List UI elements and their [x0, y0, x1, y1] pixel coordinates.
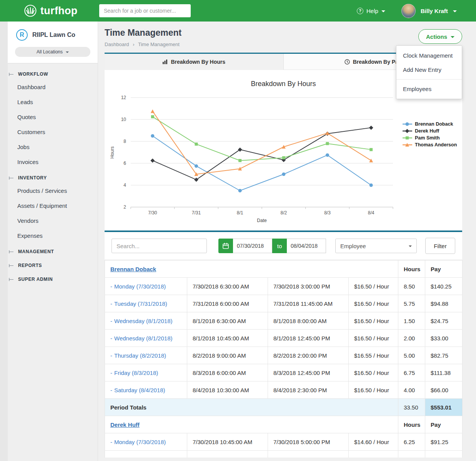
- nav-section-label: REPORTS: [18, 263, 42, 268]
- calendar-icon: [222, 242, 229, 249]
- pay-cell: $82.75: [425, 347, 463, 364]
- menu-item-clock-management[interactable]: Clock Management: [396, 48, 462, 63]
- date-from-input[interactable]: [233, 239, 272, 253]
- user-avatar[interactable]: [401, 4, 416, 18]
- tab-label: Breakdown By Hours: [171, 59, 225, 65]
- hours-column-header: Hours: [398, 416, 425, 433]
- global-search-input[interactable]: [99, 4, 191, 17]
- nav-section-super-admin[interactable]: SUPER ADMIN: [8, 271, 98, 285]
- tree-branch-icon: [9, 264, 14, 267]
- tab-breakdown-by-hours[interactable]: Breakdown By Hours: [105, 54, 284, 70]
- sidebar-nav: WORKFLOWDashboardLeadsQuotesCustomersJob…: [8, 63, 98, 285]
- employee-link[interactable]: Derek Huff: [110, 421, 140, 428]
- help-menu[interactable]: ? Help: [357, 0, 385, 22]
- sidebar-item-products-services[interactable]: Products / Services: [8, 183, 98, 198]
- employee-header-row: Derek HuffHoursPay: [105, 416, 463, 433]
- sidebar: R RIIPL Lawn Co All Locations WORKFLOWDa…: [0, 22, 98, 461]
- svg-text:2: 2: [123, 204, 126, 210]
- rate-cell: $16.55 / Hour: [349, 347, 398, 364]
- menu-item-employees[interactable]: Employees: [396, 82, 462, 96]
- day-link[interactable]: Wednesday (8/1/2018): [114, 318, 173, 324]
- filter-button[interactable]: Filter: [425, 238, 455, 254]
- hours-cell: 8.50: [398, 278, 425, 295]
- day-link[interactable]: Tuesday (7/31/2018): [114, 300, 167, 307]
- day-link[interactable]: Monday (7/30/2018): [114, 439, 166, 445]
- company-card: R RIIPL Lawn Co All Locations: [8, 22, 98, 63]
- day-link[interactable]: Friday (8/3/2018): [114, 370, 158, 376]
- svg-text:8/1: 8/1: [237, 210, 243, 216]
- clock-in-cell: 8/1/2018 6:30:00 AM: [187, 312, 268, 330]
- row-dash: -: [110, 352, 112, 359]
- hours-cell: 1.50: [398, 312, 425, 330]
- legend-item-derek-huff[interactable]: Derek Huff: [403, 128, 439, 134]
- row-dash: -: [110, 370, 112, 376]
- help-icon: ?: [357, 8, 363, 14]
- nav-section-management[interactable]: MANAGEMENT: [8, 243, 98, 257]
- time-entry-row: -Wednesday (8/1/2018)8/1/2018 10:45:00 A…: [105, 330, 463, 347]
- sidebar-item-vendors[interactable]: Vendors: [8, 213, 98, 228]
- legend-item-pam-smith[interactable]: Pam Smith: [403, 135, 440, 141]
- sidebar-item-leads[interactable]: Leads: [8, 95, 98, 109]
- sidebar-item-expenses[interactable]: Expenses: [8, 228, 98, 243]
- sidebar-item-invoices[interactable]: Invoices: [8, 154, 98, 169]
- clock-in-cell: 8/3/2018 6:00:00 AM: [187, 364, 268, 381]
- pay-cell: $66.00: [425, 381, 463, 399]
- nav-section-inventory[interactable]: INVENTORY: [8, 169, 98, 183]
- svg-text:Derek Huff: Derek Huff: [415, 128, 439, 134]
- svg-text:Thomas Anderson: Thomas Anderson: [415, 142, 457, 148]
- svg-text:Date: Date: [257, 218, 267, 223]
- nav-section-label: MANAGEMENT: [18, 249, 54, 254]
- clock-in-cell: 8/4/2018 10:30:00 AM: [187, 381, 268, 399]
- time-entry-row: -Thursday (8/2/2018)8/2/2018 9:00:00 AM8…: [105, 347, 463, 364]
- table-search-input[interactable]: [112, 239, 207, 253]
- svg-text:8/2: 8/2: [280, 210, 287, 216]
- nav-section-label: WORKFLOW: [18, 71, 48, 77]
- sidebar-item-assets-equipment[interactable]: Assets / Equipment: [8, 198, 98, 213]
- tree-branch-icon: [9, 278, 14, 281]
- location-selector[interactable]: All Locations: [15, 47, 90, 57]
- sidebar-item-customers[interactable]: Customers: [8, 124, 98, 139]
- employee-link[interactable]: Brennan Doback: [110, 266, 156, 272]
- sidebar-item-jobs[interactable]: Jobs: [8, 139, 98, 154]
- chevron-down-icon: [381, 10, 385, 12]
- clock-out-cell: 8/3/2018 12:45:00 PM: [268, 364, 349, 381]
- period-total-pay: $553.01: [425, 399, 463, 416]
- row-dash: -: [110, 335, 112, 342]
- calendar-button[interactable]: [218, 239, 233, 253]
- actions-label: Actions: [426, 33, 447, 40]
- chevron-down-icon: [453, 10, 457, 12]
- breadcrumb-dashboard[interactable]: Dashboard: [105, 41, 129, 47]
- day-link[interactable]: Thursday (8/2/2018): [114, 352, 166, 359]
- day-link[interactable]: Saturday (8/4/2018): [114, 387, 165, 393]
- page-title: Time Management: [105, 28, 462, 38]
- sidebar-item-quotes[interactable]: Quotes: [8, 109, 98, 124]
- employee-filter-select[interactable]: Employee: [335, 239, 417, 253]
- time-entry-row: -Wednesday (8/1/2018)8/1/2018 6:30:00 AM…: [105, 312, 463, 330]
- time-table: Brennan DobackHoursPay-Monday (7/30/2018…: [105, 260, 463, 458]
- nav-section-reports[interactable]: REPORTS: [8, 257, 98, 271]
- main-content: Time Management Dashboard › Time Managem…: [98, 22, 476, 461]
- day-link[interactable]: Wednesday (8/1/2018): [114, 335, 173, 342]
- grass-icon: [24, 4, 37, 17]
- date-to-input[interactable]: [287, 239, 326, 253]
- date-range-to-label: to: [272, 239, 287, 253]
- time-entry-row: -Friday (8/3/2018)8/3/2018 6:00:00 AM8/3…: [105, 364, 463, 381]
- menu-item-add-new-entry[interactable]: Add New Entry: [396, 63, 462, 77]
- user-menu[interactable]: Billy Kraft: [401, 0, 457, 22]
- hours-cell: 6.25: [398, 433, 425, 451]
- legend-item-brennan-doback[interactable]: Brennan Doback: [403, 121, 453, 127]
- rate-cell: $16.50 / Hour: [349, 312, 398, 330]
- rate-cell: $16.50 / Hour: [349, 278, 398, 295]
- rate-cell: $16.50 / Hour: [349, 330, 398, 347]
- nav-section-workflow[interactable]: WORKFLOW: [8, 66, 98, 80]
- clock-in-cell: 8/1/2018 10:45:00 AM: [187, 330, 268, 347]
- rate-cell: $16.50 / Hour: [349, 364, 398, 381]
- turfhop-logo[interactable]: turfhop: [24, 4, 78, 17]
- chevron-down-icon: [66, 51, 69, 53]
- rate-cell: $14.60 / Hour: [349, 433, 398, 451]
- svg-text:7/31: 7/31: [192, 210, 201, 216]
- actions-button[interactable]: Actions: [418, 29, 462, 44]
- day-link[interactable]: Monday (7/30/2018): [114, 283, 166, 290]
- sidebar-item-dashboard[interactable]: Dashboard: [8, 80, 98, 95]
- legend-item-thomas-anderson[interactable]: Thomas Anderson: [403, 142, 457, 148]
